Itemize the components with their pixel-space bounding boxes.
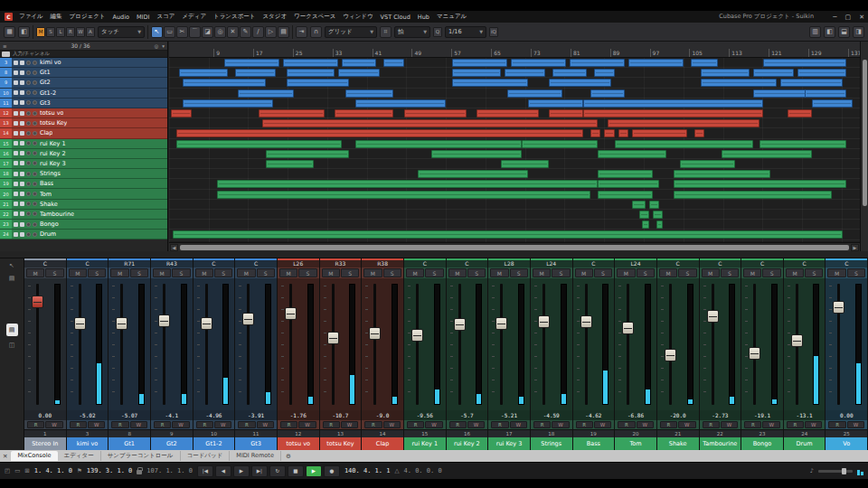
toolbar-r-button[interactable]: R xyxy=(66,27,75,37)
track-solo-button[interactable] xyxy=(20,192,24,196)
channel-read-button[interactable]: R xyxy=(364,421,382,428)
track-row-clap[interactable]: 14Clap xyxy=(0,128,167,138)
track-solo-button[interactable] xyxy=(20,61,24,65)
pan-control[interactable]: C xyxy=(404,258,446,267)
menu-item-13[interactable]: マニュアル xyxy=(437,13,467,21)
draw-tool-icon[interactable]: ✎ xyxy=(240,26,251,38)
track-solo-button[interactable] xyxy=(20,80,24,85)
iterative-quantize-button[interactable]: iQ xyxy=(489,27,498,37)
event-clip[interactable] xyxy=(335,109,393,117)
channel-mute-button[interactable]: M xyxy=(743,268,761,277)
event-clip[interactable] xyxy=(632,201,646,209)
track-mute-button[interactable] xyxy=(14,141,18,145)
channel-solo-button[interactable]: S xyxy=(678,268,696,277)
channel-read-button[interactable]: R xyxy=(407,421,424,428)
pre-roll-display[interactable]: 4. 0. 0. 0 xyxy=(403,467,441,474)
event-clip[interactable] xyxy=(760,140,846,148)
channel-solo-button[interactable]: S xyxy=(721,268,739,277)
event-clip[interactable] xyxy=(522,140,598,148)
channel-name[interactable]: Stereo In xyxy=(24,437,66,450)
event-clip[interactable] xyxy=(287,69,335,77)
track-monitor-button[interactable] xyxy=(33,172,37,176)
event-clip[interactable] xyxy=(505,69,546,77)
event-clip[interactable] xyxy=(528,99,583,108)
track-solo-button[interactable] xyxy=(20,172,24,176)
track-record-arm-button[interactable] xyxy=(26,111,31,116)
chevron-down-icon[interactable]: ▾ xyxy=(162,43,165,49)
rack-settings-icon[interactable]: ▤ xyxy=(9,275,15,282)
pan-control[interactable]: R38 xyxy=(362,258,403,267)
track-solo-button[interactable] xyxy=(20,70,24,75)
track-mute-button[interactable] xyxy=(14,131,18,136)
transport-menu-icon[interactable]: ◰ xyxy=(5,467,10,474)
tab-mixconsole[interactable]: MixConsole xyxy=(11,451,57,461)
channel-write-button[interactable]: W xyxy=(847,421,864,428)
punch-in-icon[interactable]: ▭ xyxy=(14,467,20,474)
event-clip[interactable] xyxy=(797,69,845,77)
track-record-arm-button[interactable] xyxy=(26,131,31,136)
toolbar-w-button[interactable]: W xyxy=(76,27,85,37)
pan-control[interactable]: L28 xyxy=(488,258,530,267)
track-row-gt1[interactable]: 8Gt1 xyxy=(0,68,167,78)
volume-fader[interactable] xyxy=(495,317,507,330)
menu-item-3[interactable]: Audio xyxy=(113,14,129,21)
event-clip[interactable] xyxy=(604,129,614,137)
project-activate-icon[interactable]: ▦ xyxy=(4,26,15,38)
track-monitor-button[interactable] xyxy=(33,70,37,75)
horizontal-scroll-thumb[interactable] xyxy=(180,245,849,250)
channel-write-button[interactable]: W xyxy=(678,421,695,428)
track-record-arm-button[interactable] xyxy=(26,61,31,65)
event-clip[interactable] xyxy=(649,201,659,209)
channel-read-button[interactable]: R xyxy=(618,421,635,428)
channel-mute-button[interactable]: M xyxy=(617,268,635,277)
event-clip[interactable] xyxy=(639,211,649,219)
channel-mute-button[interactable]: M xyxy=(490,268,508,277)
channel-solo-button[interactable]: S xyxy=(847,268,865,277)
track-record-arm-button[interactable] xyxy=(26,182,31,186)
event-clip[interactable] xyxy=(266,150,349,158)
vertical-scrollbar[interactable] xyxy=(860,42,868,251)
event-clip[interactable] xyxy=(753,89,808,98)
channel-read-button[interactable]: R xyxy=(576,421,593,428)
volume-fader[interactable] xyxy=(285,307,297,320)
left-zone-toggle-icon[interactable]: ◧ xyxy=(824,26,835,38)
quantize-preset-select[interactable]: 1/16▼ xyxy=(445,26,486,38)
channel-write-button[interactable]: W xyxy=(510,421,527,428)
menu-item-1[interactable]: 編集 xyxy=(51,13,62,21)
track-solo-button[interactable] xyxy=(20,141,24,145)
event-clip[interactable] xyxy=(549,79,611,87)
channel-solo-button[interactable]: S xyxy=(467,268,486,277)
channel-write-button[interactable]: W xyxy=(341,421,358,428)
tab-midi-remote[interactable]: MIDI Remote xyxy=(230,451,281,461)
event-clip[interactable] xyxy=(173,230,843,239)
cycle-button[interactable]: ↻ xyxy=(269,465,286,477)
quantize-q-button[interactable]: Q xyxy=(433,27,442,37)
track-mute-button[interactable] xyxy=(14,182,18,186)
channel-mute-button[interactable]: M xyxy=(279,268,297,277)
channel-name[interactable]: Tambourine xyxy=(700,437,741,450)
volume-fader[interactable] xyxy=(116,317,127,330)
track-monitor-button[interactable] xyxy=(33,222,37,227)
channel-name[interactable]: rui Key 2 xyxy=(447,437,488,450)
channel-read-button[interactable]: R xyxy=(787,421,804,428)
track-mute-button[interactable] xyxy=(14,172,18,176)
input-channel-section[interactable]: 入力/チャンネル xyxy=(0,51,167,58)
volume-fader[interactable] xyxy=(665,349,676,361)
event-clip[interactable] xyxy=(511,59,566,67)
channel-read-button[interactable]: R xyxy=(196,421,213,428)
event-clip[interactable] xyxy=(598,150,666,158)
event-clip[interactable] xyxy=(812,99,854,108)
track-row-kimi-vo[interactable]: 3kimi vo xyxy=(0,58,167,68)
channel-write-button[interactable]: W xyxy=(383,421,401,428)
channel-mute-button[interactable]: M xyxy=(406,268,424,277)
event-clip[interactable] xyxy=(608,119,760,127)
track-monitor-button[interactable] xyxy=(33,161,37,165)
channel-mute-button[interactable]: M xyxy=(237,268,255,277)
track-monitor-button[interactable] xyxy=(33,151,37,155)
channel-mute-button[interactable]: M xyxy=(702,268,720,277)
pan-control[interactable]: C xyxy=(784,258,826,267)
track-record-arm-button[interactable] xyxy=(26,172,31,176)
track-row-shake[interactable]: 21Shake xyxy=(0,200,167,210)
channel-name[interactable]: Bass xyxy=(573,437,615,450)
event-clip[interactable] xyxy=(598,180,660,188)
